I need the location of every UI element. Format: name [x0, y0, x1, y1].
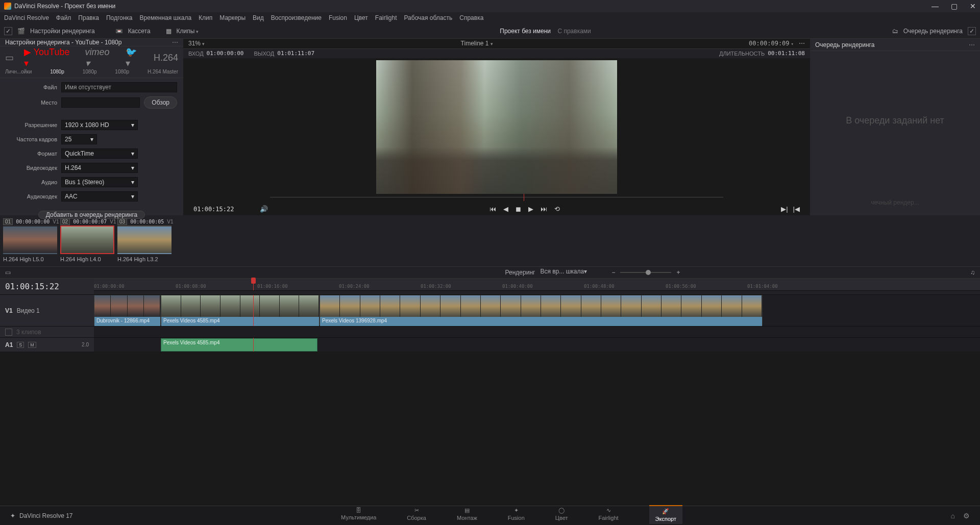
- clip-card[interactable]: 0200:00:00:07V1H.264 High L4.0: [60, 217, 114, 264]
- panel-toggle-left[interactable]: ✓: [4, 27, 12, 35]
- minimize-button[interactable]: —: [932, 2, 939, 10]
- clips-button[interactable]: Клипы: [177, 28, 199, 35]
- dur-label: ДЛИТЕЛЬНОСТЬ: [719, 51, 765, 57]
- video-clip[interactable]: Pexels Videos 4585.mp4: [161, 295, 320, 326]
- menu-item[interactable]: Файл: [56, 14, 71, 21]
- menu-item[interactable]: Правка: [78, 14, 99, 21]
- menu-item[interactable]: Рабочая область: [404, 14, 453, 21]
- clip-card[interactable]: 0100:00:00:00V1H.264 High L5.0: [3, 217, 57, 264]
- viewer-menu[interactable]: ⋯: [799, 40, 805, 47]
- browse-button[interactable]: Обзор: [144, 96, 177, 109]
- settings-button[interactable]: ⚙: [963, 512, 970, 520]
- render-settings-button[interactable]: Настройки рендеринга: [30, 28, 95, 35]
- audio-lane[interactable]: Pexels Videos 4585.mp4: [94, 337, 980, 352]
- speaker-icon[interactable]: 🔊: [260, 205, 268, 213]
- last-frame-button[interactable]: ⏭: [541, 205, 547, 213]
- clip-count: 3 клипов: [16, 329, 41, 336]
- clip-card[interactable]: 0300:00:00:05V1H.264 High L3.2: [117, 217, 172, 264]
- tape-button[interactable]: Кассета: [128, 28, 151, 35]
- render-queue-panel: Очередь рендеринга ⋯ В очереди заданий н…: [810, 39, 980, 215]
- zoom-out-button[interactable]: −: [611, 269, 615, 276]
- menu-item[interactable]: Маркеры: [219, 14, 246, 21]
- ruler-tick: 01:01:04:00: [747, 284, 778, 289]
- tab-cut[interactable]: ✂Сборка: [407, 507, 426, 524]
- fps-label: Частота кадров: [6, 136, 57, 142]
- location-label: Место: [6, 99, 57, 106]
- menu-item[interactable]: Подгонка: [106, 14, 133, 21]
- menu-item[interactable]: Fusion: [329, 14, 347, 21]
- timeline-dropdown[interactable]: Timeline 1: [205, 40, 749, 47]
- tab-edit[interactable]: ▤Монтаж: [457, 507, 477, 524]
- header-tc[interactable]: 00:00:09:09: [749, 40, 794, 47]
- format-select[interactable]: QuickTime▾: [61, 148, 138, 159]
- resolution-select[interactable]: 1920 x 1080 HD▾: [61, 120, 138, 130]
- video-clip[interactable]: Dubrovnik - 12866.mp4: [94, 295, 161, 326]
- zoom-in-button[interactable]: +: [676, 269, 680, 276]
- next-clip-button[interactable]: ▶|: [781, 205, 788, 213]
- menu-item[interactable]: Клип: [199, 14, 212, 21]
- zoom-slider[interactable]: [620, 272, 671, 273]
- video-preview[interactable]: [376, 60, 617, 194]
- video-clip[interactable]: Pexels Videos 1396928.mp4: [320, 295, 763, 326]
- menu-item[interactable]: Вид: [253, 14, 264, 21]
- menu-item[interactable]: Воспроизведение: [271, 14, 322, 21]
- tab-media[interactable]: 🗄Мультимедиа: [341, 507, 376, 524]
- audio-clip[interactable]: Pexels Videos 4585.mp4: [161, 338, 317, 352]
- audio-icon[interactable]: ♫: [970, 269, 975, 276]
- window-title: DaVinci Resolve - Проект без имени: [14, 3, 115, 10]
- maximize-button[interactable]: ▢: [951, 2, 958, 10]
- menu-item[interactable]: DaVinci Resolve: [4, 14, 49, 21]
- loop-button[interactable]: ⟲: [554, 205, 560, 213]
- vcodec-select[interactable]: H.264▾: [61, 163, 138, 173]
- home-button[interactable]: ⌂: [951, 512, 955, 520]
- acodec-select[interactable]: AAC▾: [61, 191, 138, 202]
- tab-fusion[interactable]: ✦Fusion: [508, 507, 525, 524]
- preset-h264[interactable]: H.264: [154, 53, 178, 63]
- panel-menu-button[interactable]: ⋯: [172, 39, 178, 46]
- file-input[interactable]: Имя отсутствует: [61, 82, 177, 92]
- preset-custom[interactable]: ▭: [5, 52, 14, 63]
- first-frame-button[interactable]: ⏮: [489, 205, 496, 213]
- tab-color[interactable]: ◯Цвет: [555, 507, 568, 524]
- out-label: ВЫХОД: [254, 51, 274, 57]
- zoom-dropdown[interactable]: 31%: [188, 40, 205, 47]
- solo-button[interactable]: S: [17, 342, 24, 348]
- location-input[interactable]: [61, 97, 140, 108]
- menu-item[interactable]: Fairlight: [375, 14, 397, 21]
- preset-twitter[interactable]: 🐦 ▾: [126, 46, 143, 69]
- clip-strip: 0100:00:00:00V1H.264 High L5.00200:00:00…: [0, 215, 980, 266]
- panel-toggle-right[interactable]: ✓: [968, 27, 976, 35]
- clips-icon: ▦: [166, 28, 172, 35]
- ruler[interactable]: 01:00:00:0001:00:08:0001:00:16:0001:00:2…: [94, 279, 980, 291]
- tab-fairlight[interactable]: ∿Fairlight: [598, 507, 618, 524]
- start-render-button[interactable]: чечный рендер...: [815, 195, 975, 210]
- audio-select[interactable]: Bus 1 (Stereo)▾: [61, 177, 138, 187]
- queue-menu[interactable]: ⋯: [969, 41, 975, 48]
- scrub-bar[interactable]: [270, 194, 723, 201]
- resolution-label: Разрешение: [6, 122, 57, 128]
- preset-label: 1080p: [115, 69, 129, 74]
- preset-youtube[interactable]: ▶ YouTube ▾: [24, 46, 75, 69]
- track-enable[interactable]: [5, 329, 12, 336]
- fps-select[interactable]: 25▾: [61, 134, 97, 144]
- stop-button[interactable]: ◼: [516, 205, 521, 213]
- menu-item[interactable]: Справка: [459, 14, 483, 21]
- render-scale-select[interactable]: Вся вр... шкала▾: [540, 268, 591, 277]
- app-icon: [4, 3, 11, 10]
- step-back-button[interactable]: ◀: [503, 205, 508, 213]
- video-lane[interactable]: Dubrovnik - 12866.mp4Pexels Videos 4585.…: [94, 294, 980, 326]
- menu-item[interactable]: Цвет: [354, 14, 368, 21]
- tab-deliver[interactable]: 🚀Экспорт: [649, 505, 682, 524]
- render-queue-button[interactable]: Очередь рендеринга: [903, 28, 963, 35]
- queue-empty-text: В очереди заданий нет: [810, 51, 980, 190]
- track-v1-name: V1: [5, 307, 13, 314]
- menu-item[interactable]: Временная шкала: [140, 14, 192, 21]
- play-button[interactable]: ▶: [528, 205, 533, 213]
- mute-button[interactable]: M: [28, 342, 36, 348]
- timeline-view-icon[interactable]: ▭: [5, 269, 11, 276]
- preset-vimeo[interactable]: vimeo ▾: [85, 47, 116, 69]
- preset-label: Личн...ойки: [5, 69, 32, 74]
- channel-count: 2.0: [82, 342, 89, 347]
- prev-clip-button[interactable]: |◀: [793, 205, 800, 213]
- close-button[interactable]: ✕: [970, 2, 976, 10]
